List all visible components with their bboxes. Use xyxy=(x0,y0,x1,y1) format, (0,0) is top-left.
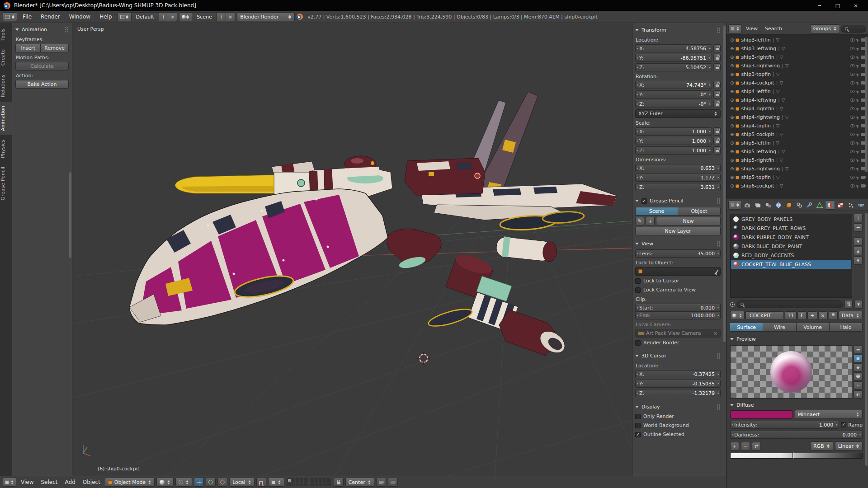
material-type-toggle[interactable]: Halo xyxy=(829,323,863,332)
menu-item[interactable]: View xyxy=(743,26,761,32)
opengl-render-anim-button[interactable] xyxy=(388,478,398,487)
layer-cell[interactable] xyxy=(292,479,295,482)
outliner-row[interactable]: ⊕ ship5-rightfin | ▽ xyxy=(726,156,868,164)
tab-object[interactable] xyxy=(784,200,794,210)
layer-cell[interactable] xyxy=(315,483,318,486)
expand-icon[interactable]: ⊕ xyxy=(730,115,734,120)
cursor-panel-header[interactable]: 3D Cursor xyxy=(635,351,721,361)
expand-icon[interactable]: ⊕ xyxy=(730,98,734,103)
selectability-icon[interactable] xyxy=(856,150,860,154)
visibility-icon[interactable] xyxy=(850,141,855,145)
number-field[interactable]: Y: 1.000 xyxy=(635,137,712,145)
object-name[interactable]: ship5-leftfin xyxy=(741,140,770,146)
visibility-icon[interactable] xyxy=(850,64,855,67)
layer-cell[interactable] xyxy=(323,479,326,482)
object-name[interactable]: ship4-topfin xyxy=(741,123,771,129)
darkness-slider[interactable]: Darkness: 0.000 xyxy=(730,431,863,439)
material-slot-row[interactable]: GREY_BODY_PANELS xyxy=(731,215,851,224)
move-slot-up-button[interactable]: ▴ xyxy=(854,247,863,255)
material-slot-row[interactable]: DARK-BLUE_BODY_PAINT xyxy=(731,242,851,251)
mesh-data-icon[interactable]: ▽ xyxy=(782,98,785,103)
tab-material[interactable] xyxy=(825,200,835,210)
diffuse-color-swatch[interactable] xyxy=(730,410,793,419)
ramp-checkbox[interactable] xyxy=(841,422,846,427)
ramp-stop-handle[interactable] xyxy=(793,452,793,459)
panel-drag-handle[interactable] xyxy=(717,353,721,359)
layer-cell[interactable] xyxy=(319,483,322,486)
visibility-icon[interactable] xyxy=(850,73,855,76)
mesh-data-icon[interactable]: ▽ xyxy=(780,55,783,60)
renderability-icon[interactable] xyxy=(861,73,865,76)
layer-cell[interactable] xyxy=(296,483,299,486)
expand-icon[interactable]: ⊕ xyxy=(730,175,734,180)
outliner-row[interactable]: ⊕ ship5-rightwing | ▽ xyxy=(726,164,868,173)
expand-icon[interactable]: ⊕ xyxy=(730,55,734,60)
outliner-row[interactable]: ⊕ ship4-rightwing | ▽ xyxy=(726,113,868,122)
material-slot-row[interactable]: RED_BODY_ACCENTS xyxy=(731,251,851,260)
renderability-icon[interactable] xyxy=(861,56,865,59)
draw-tool-button[interactable]: ✎ xyxy=(635,217,644,225)
add-slot-button[interactable]: + xyxy=(854,214,863,222)
toolshelf-tab[interactable]: Create xyxy=(0,45,12,70)
selectability-icon[interactable] xyxy=(856,132,860,136)
layer-cell[interactable] xyxy=(323,483,326,486)
delete-ramp-stop-button[interactable]: − xyxy=(741,442,750,450)
number-field[interactable]: X: 0.653 xyxy=(635,164,721,172)
selectability-icon[interactable] xyxy=(856,81,860,85)
expand-icon[interactable]: ⊕ xyxy=(730,89,734,94)
add-icon[interactable]: + xyxy=(646,217,655,225)
mesh-data-icon[interactable]: ▽ xyxy=(776,175,780,180)
pivot-center-dropdown[interactable]: Center xyxy=(345,478,374,487)
unlink-material-button[interactable]: × xyxy=(818,311,828,320)
grease-pencil-tab[interactable]: Scene xyxy=(635,207,678,216)
outliner-row[interactable]: ⊕ ship4-leftwing | ▽ xyxy=(726,96,868,104)
filter-toggle-icon[interactable] xyxy=(730,302,735,307)
renderability-icon[interactable] xyxy=(861,141,865,145)
menu-item[interactable]: Add xyxy=(62,479,78,485)
visibility-icon[interactable] xyxy=(850,81,855,84)
material-type-toggle[interactable]: Surface xyxy=(730,323,763,332)
object-name[interactable]: ship3-leftwing xyxy=(741,46,776,52)
visibility-icon[interactable] xyxy=(850,47,855,50)
object-name[interactable]: ship4-leftfin xyxy=(741,89,770,94)
lock-axis-button[interactable] xyxy=(713,90,721,99)
lock-axis-button[interactable] xyxy=(713,127,721,136)
renderability-icon[interactable] xyxy=(861,176,865,179)
rotation-mode-dropdown[interactable]: XYZ Euler xyxy=(635,109,721,118)
outliner-row[interactable]: ⊕ ship6-cockpit | ▽ xyxy=(726,182,868,190)
option-checkbox[interactable] xyxy=(635,414,641,419)
menu-item[interactable]: View xyxy=(18,479,36,485)
expand-icon[interactable]: ⊕ xyxy=(730,184,734,188)
number-field[interactable]: Z: -0° xyxy=(635,100,712,108)
layer-cell[interactable] xyxy=(304,479,307,482)
editor-type-button[interactable] xyxy=(3,478,16,487)
calculate-paths-button[interactable]: Calculate xyxy=(15,62,69,70)
renderability-icon[interactable] xyxy=(861,38,865,42)
option-checkbox[interactable] xyxy=(635,432,641,437)
selectability-icon[interactable] xyxy=(856,98,860,102)
visibility-icon[interactable] xyxy=(850,38,855,42)
mesh-data-icon[interactable]: ▽ xyxy=(776,38,780,42)
outliner-row[interactable]: ⊕ ship4-leftfin | ▽ xyxy=(726,87,868,96)
object-name[interactable]: ship4-rightwing xyxy=(741,114,780,120)
object-name[interactable]: ship5-rightwing xyxy=(741,166,780,172)
minimize-button[interactable]: ─ xyxy=(811,1,828,10)
tab-constraints[interactable] xyxy=(794,200,804,210)
shading-dropdown[interactable] xyxy=(156,478,174,487)
selectability-icon[interactable] xyxy=(856,55,860,59)
ramp-mode-dropdown[interactable]: RGB xyxy=(810,441,833,450)
filter-button[interactable]: ▾ xyxy=(854,300,863,309)
layer-cell[interactable] xyxy=(304,483,307,486)
object-name[interactable]: ship5-topfin xyxy=(741,174,771,180)
expand-icon[interactable]: ⊕ xyxy=(730,81,734,85)
option-checkbox[interactable] xyxy=(635,423,641,428)
list-filter-field[interactable] xyxy=(736,300,843,308)
preview-sky-button[interactable]: ◐ xyxy=(854,390,863,399)
render-border-checkbox[interactable] xyxy=(635,340,641,346)
layer-cell[interactable] xyxy=(311,483,314,486)
tab-render-layers[interactable] xyxy=(753,200,763,210)
number-field[interactable]: X: -0.37425 xyxy=(635,370,721,378)
object-name[interactable]: ship4-cockpit xyxy=(741,80,774,86)
manipulator-translate-toggle[interactable] xyxy=(194,478,204,487)
renderability-icon[interactable] xyxy=(861,159,865,162)
